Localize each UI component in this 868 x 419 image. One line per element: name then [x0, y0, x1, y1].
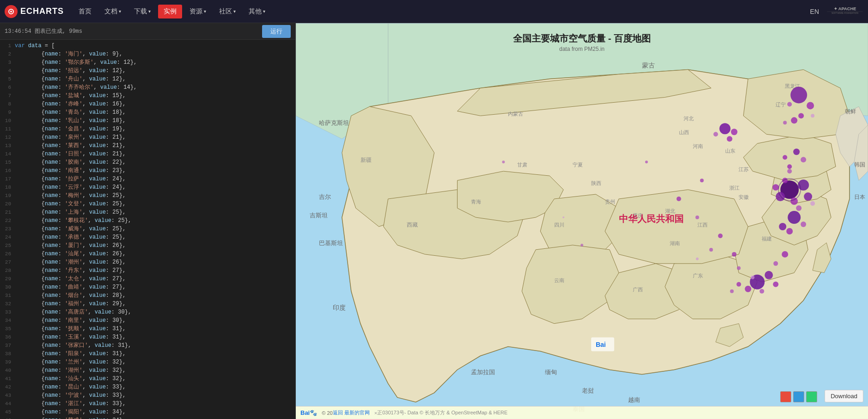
svg-point-66 [804, 192, 812, 201]
line-number: 3 [2, 58, 15, 67]
svg-point-74 [801, 222, 806, 227]
line-content: {name: '太仓', value: 27}, [15, 275, 126, 283]
line-content: {name: '齐齐哈尔', value: 14}, [15, 83, 137, 92]
line-content: {name: '威海', value: 25}, [15, 225, 126, 233]
svg-text:宁夏: 宁夏 [573, 162, 583, 167]
svg-text:广西: 广西 [633, 287, 643, 292]
nav-item-examples[interactable]: 实例 [158, 5, 182, 18]
line-number: 25 [2, 241, 15, 250]
code-line: 36 {name: '玉溪', value: 31}, [0, 333, 295, 341]
line-content: {name: '揭阳', value: 34}, [15, 408, 126, 416]
line-content: {name: '拉萨', value: 24}, [15, 175, 126, 183]
line-content: {name: '烟台', value: 28}, [15, 291, 126, 300]
line-content: {name: '阳泉', value: 31}, [15, 350, 126, 358]
code-area[interactable]: 1var data = [2 {name: '海门', value: 9},3 … [0, 40, 295, 419]
svg-text:甘肃: 甘肃 [517, 162, 527, 167]
code-line: 10 {name: '乳山', value: 18}, [0, 117, 295, 125]
license-text: 正030173号- Data © 长地万方 & OpenStreetMap & … [377, 409, 507, 416]
nav-item-other[interactable]: 其他▾ [243, 5, 271, 18]
nav-item-community[interactable]: 社区▾ [214, 5, 241, 18]
line-content: {name: '汕头', value: 32}, [15, 375, 126, 383]
code-line: 18 {name: '云浮', value: 24}, [0, 183, 295, 191]
svg-point-71 [787, 169, 792, 173]
code-line: 1var data = [ [0, 42, 295, 50]
line-number: 35 [2, 325, 15, 333]
code-line: 28 {name: '丹东', value: 27}, [0, 266, 295, 275]
code-line: 26 {name: '汕尾', value: 26}, [0, 250, 295, 258]
line-number: 30 [2, 283, 15, 291]
svg-text:青海: 青海 [471, 199, 481, 204]
color-option-red[interactable] [780, 391, 791, 402]
svg-point-95 [581, 244, 583, 246]
color-option-green[interactable] [806, 391, 817, 402]
line-number: 6 [2, 83, 15, 92]
run-button[interactable]: 运行 [262, 25, 291, 38]
map-panel: 全国主要城市空气质量 - 百度地图 data from PM25.in 哈尔 [296, 23, 868, 419]
svg-point-54 [782, 155, 787, 160]
line-content: {name: '文登', value: 25}, [15, 200, 126, 208]
line-content: {name: '抚顺', value: 31}, [15, 325, 126, 333]
line-content: {name: '赤峰', value: 16}, [15, 100, 126, 108]
line-number: 19 [2, 191, 15, 200]
line-content: {name: '荣成', value: 34}, [15, 416, 126, 419]
nav-item-home[interactable]: 首页 [73, 5, 97, 18]
code-line: 45 {name: '揭阳', value: 34}, [0, 408, 295, 416]
svg-point-48 [807, 102, 814, 109]
svg-text:山东: 山东 [725, 148, 735, 154]
line-number: 29 [2, 275, 15, 283]
line-number: 38 [2, 350, 15, 358]
line-content: {name: '南通', value: 23}, [15, 166, 126, 175]
code-line: 14 {name: '日照', value: 21}, [0, 150, 295, 158]
svg-point-53 [783, 121, 787, 124]
svg-point-91 [732, 252, 736, 257]
svg-text:新疆: 新疆 [361, 157, 372, 163]
svg-text:江西: 江西 [697, 222, 708, 228]
svg-text:吉尔: 吉尔 [319, 193, 331, 200]
code-line: 7 {name: '盐城', value: 15}, [0, 92, 295, 100]
line-content: {name: '玉溪', value: 31}, [15, 333, 126, 341]
language-switch[interactable]: EN [810, 8, 819, 15]
svg-point-67 [796, 205, 801, 211]
svg-text:印度: 印度 [333, 304, 346, 311]
line-content: {name: '舟山', value: 12}, [15, 75, 126, 83]
svg-point-52 [791, 117, 797, 123]
line-number: 5 [2, 75, 15, 83]
svg-point-55 [793, 148, 800, 155]
svg-text:湖南: 湖南 [670, 240, 680, 246]
line-number: 31 [2, 291, 15, 300]
top-navigation: ECHARTS 首页 文档▾ 下载▾ 实例 资源▾ 社区▾ 其他▾ EN ✦ A… [0, 0, 868, 23]
line-number: 41 [2, 375, 15, 383]
code-line: 17 {name: '拉萨', value: 24}, [0, 175, 295, 183]
line-content: {name: '昆山', value: 33}, [15, 383, 126, 391]
download-button[interactable]: Download [825, 390, 863, 402]
editor-status: 13:46:54 图表已生成, 99ms [5, 27, 82, 35]
svg-point-83 [730, 290, 734, 293]
nav-item-resources[interactable]: 资源▾ [184, 5, 212, 18]
color-option-blue[interactable] [793, 391, 804, 402]
svg-text:贵州: 贵州 [605, 199, 615, 204]
svg-text:老挝: 老挝 [582, 387, 594, 394]
line-number: 43 [2, 391, 15, 400]
svg-text:日本: 日本 [854, 194, 865, 200]
line-number: 37 [2, 341, 15, 350]
line-number: 17 [2, 175, 15, 183]
line-content: {name: '宁波', value: 33}, [15, 391, 126, 400]
logo-icon [5, 5, 18, 18]
nav-item-download[interactable]: 下载▾ [128, 5, 156, 18]
svg-point-96 [782, 251, 788, 258]
nav-item-docs[interactable]: 文档▾ [99, 5, 127, 18]
color-legend [780, 391, 817, 402]
line-content: {name: '盐城', value: 15}, [15, 92, 126, 100]
line-number: 40 [2, 366, 15, 375]
return-link[interactable]: 返回 最新的官网 [333, 409, 370, 416]
line-content: {name: '鄂尔多斯', value: 12}, [15, 58, 137, 67]
line-number: 24 [2, 233, 15, 241]
line-number: 46 [2, 416, 15, 419]
line-number: 26 [2, 250, 15, 258]
svg-point-51 [811, 114, 814, 117]
svg-point-94 [562, 216, 564, 218]
line-number: 42 [2, 383, 15, 391]
code-line: 32 {name: '福州', value: 29}, [0, 300, 295, 308]
svg-text:湖北: 湖北 [665, 208, 675, 214]
svg-text:福建: 福建 [762, 236, 772, 241]
